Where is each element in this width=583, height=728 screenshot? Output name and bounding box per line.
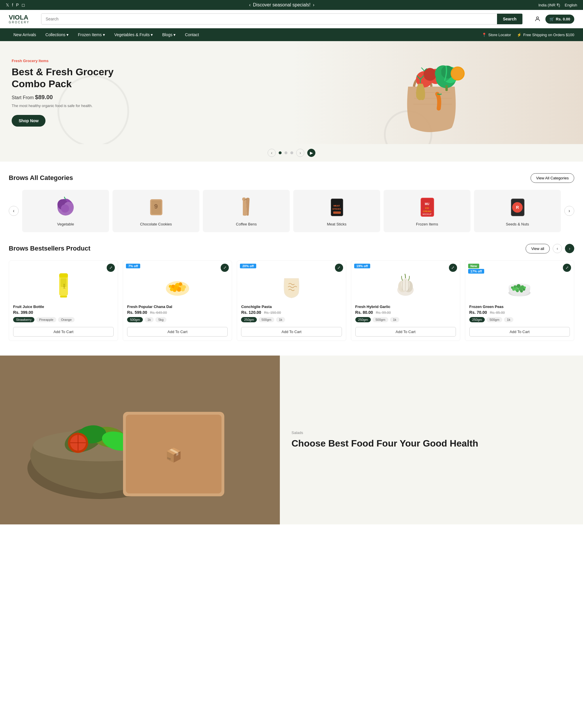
logo[interactable]: VIOLA Grocery [9, 14, 29, 24]
nav-item-vegetables[interactable]: Vegetables & Fruits ▾ [110, 28, 158, 41]
category-frozen[interactable]: MU ICE CREAM MOCKUP Frozen Items [384, 190, 470, 232]
user-account-icon[interactable] [534, 16, 541, 22]
size-250gm[interactable]: 250gm [355, 317, 371, 322]
announcement-next[interactable]: › [313, 2, 314, 7]
size-1k[interactable]: 1k [504, 317, 513, 322]
product-expand-juice[interactable]: ⤢ [107, 264, 115, 272]
hero-dot-1[interactable] [279, 151, 282, 154]
categories-title: Brows All Categories [9, 174, 73, 182]
bestsellers-section: Brows Bestsellers Product View all ‹ › ⤢… [0, 244, 583, 353]
size-1k[interactable]: 1k [276, 317, 285, 322]
size-500gm[interactable]: 500gm [258, 317, 274, 322]
svg-rect-17 [445, 85, 448, 91]
product-card-pasta: 20% off ⤢ Conchiglie Pasta Rs. 120.00 Rs… [237, 260, 346, 341]
hero-prev-arrow[interactable]: ‹ [268, 149, 276, 157]
search-button[interactable]: Search [497, 14, 522, 24]
announcement-prev[interactable]: ‹ [249, 2, 251, 7]
store-locator[interactable]: 📍 Store Locator [482, 33, 511, 37]
size-5kg[interactable]: 5kg [156, 317, 166, 322]
size-strawberry[interactable]: Strawberry [13, 317, 34, 322]
category-vegetable-label: Vegetable [25, 222, 106, 226]
add-to-cart-pasta[interactable]: Add To Cart [241, 327, 342, 337]
bottom-banner: 📦 Salads Choose Best Food Four Your Good… [0, 356, 583, 524]
pinterest-icon[interactable]: P [16, 3, 19, 7]
view-all-products-button[interactable]: View all [526, 244, 550, 254]
add-to-cart-peas[interactable]: Add To Cart [469, 327, 570, 337]
hero-play-button[interactable]: ▶ [307, 149, 315, 157]
facebook-icon[interactable]: f [12, 3, 13, 7]
categories-next-arrow[interactable]: › [564, 206, 574, 216]
announcement-nav: ‹ Discover seasonal specials! › [249, 2, 314, 7]
chevron-down-icon: ▾ [66, 32, 68, 37]
header: VIOLA Grocery Search 🛒 Rs. 0.00 [0, 10, 583, 28]
free-shipping[interactable]: ⚡ Free Shipping on Orders $100 [517, 33, 574, 37]
categories-section: Brows All Categories View All Categories… [0, 162, 583, 244]
size-500gm[interactable]: 500gm [127, 317, 143, 322]
category-seeds[interactable]: R Seeds & Nuts [474, 190, 561, 232]
products-grid: ⤢ juice Fruit Juice Bottle Rs. 399.00 St… [9, 260, 574, 341]
language-selector[interactable]: English [565, 3, 577, 7]
category-coffee[interactable]: Coffee Bens [203, 190, 290, 232]
svg-point-0 [536, 17, 538, 19]
categories-header: Brows All Categories View All Categories [9, 173, 574, 183]
hero-next-arrow[interactable]: › [296, 149, 304, 157]
product-price-juice: Rs. 399.00 [13, 310, 114, 315]
hero-dot-2[interactable] [284, 151, 287, 154]
chevron-down-icon: ▾ [151, 32, 153, 37]
size-orange[interactable]: Orange [58, 317, 75, 322]
categories-prev-arrow[interactable]: ‹ [9, 206, 19, 216]
product-expand-garlic[interactable]: ⤢ [449, 264, 457, 272]
instagram-icon[interactable]: ◻ [22, 3, 25, 7]
hero-dot-3[interactable] [290, 151, 293, 154]
svg-point-57 [179, 282, 182, 286]
category-meat[interactable]: MEAT STICKS Meat Sticks [293, 190, 380, 232]
size-1k[interactable]: 1k [145, 317, 154, 322]
nav-item-frozen[interactable]: Frozen Items ▾ [73, 28, 110, 41]
svg-point-58 [169, 285, 172, 288]
svg-text:CREAM: CREAM [423, 210, 432, 213]
svg-text:MOCKUP: MOCKUP [423, 213, 432, 215]
view-all-categories-button[interactable]: View All Categories [530, 173, 574, 183]
cart-button[interactable]: 🛒 Rs. 0.00 [546, 15, 574, 24]
size-500gm[interactable]: 500gm [487, 317, 502, 322]
bestsellers-prev-button[interactable]: ‹ [553, 244, 562, 253]
add-to-cart-juice[interactable]: Add To Cart [13, 327, 114, 337]
product-name-juice: Fruit Juice Bottle [13, 305, 114, 309]
size-1k[interactable]: 1k [390, 317, 399, 322]
size-500gm[interactable]: 500gm [372, 317, 388, 322]
category-frozen-image: MU ICE CREAM MOCKUP [414, 196, 440, 219]
category-vegetable[interactable]: Vegetable [22, 190, 109, 232]
announcement-bar: 𝕏 f P ◻ ‹ Discover seasonal specials! › … [0, 0, 583, 10]
bestsellers-next-button[interactable]: › [565, 244, 574, 253]
add-to-cart-chana[interactable]: Add To Cart [127, 327, 228, 337]
nav-item-collections[interactable]: Collections ▾ [41, 28, 73, 41]
size-pineapple[interactable]: Pineapple [36, 317, 56, 322]
hero-banner: Fresh Grocery Items Best & Fresh Grocery… [0, 41, 583, 144]
product-expand-pasta[interactable]: ⤢ [335, 264, 343, 272]
size-250gm[interactable]: 250gm [241, 317, 257, 322]
size-250gm[interactable]: 250gm [469, 317, 485, 322]
add-to-cart-garlic[interactable]: Add To Cart [355, 327, 456, 337]
product-expand-peas[interactable]: ⤢ [563, 264, 571, 272]
category-cookies[interactable]: 9 Chocolate Cookies [113, 190, 199, 232]
svg-text:MU: MU [425, 202, 429, 206]
product-image-juice: juice [13, 269, 114, 302]
product-name-peas: Frozen Green Peas [469, 305, 570, 309]
country-selector[interactable]: India (INR ₹) [538, 3, 560, 7]
nav-item-blogs[interactable]: Blogs ▾ [158, 28, 180, 41]
product-card-peas: New 17% off ⤢ [465, 260, 574, 341]
nav-item-contact[interactable]: Contact [180, 28, 203, 41]
svg-point-74 [520, 290, 523, 292]
nav-item-new-arrivals[interactable]: New Arrivals [9, 28, 41, 41]
svg-point-75 [524, 286, 526, 289]
svg-point-24 [61, 205, 69, 213]
product-image-chana [127, 269, 228, 302]
search-input[interactable] [41, 14, 497, 24]
twitter-icon[interactable]: 𝕏 [6, 3, 9, 7]
shop-now-button[interactable]: Shop Now [12, 115, 46, 127]
nav-left: New Arrivals Collections ▾ Frozen Items … [9, 28, 482, 41]
product-expand-chana[interactable]: ⤢ [221, 264, 229, 272]
main-nav: New Arrivals Collections ▾ Frozen Items … [0, 28, 583, 41]
product-badge-off: 17% off [468, 269, 484, 274]
product-card-garlic: 19% off ⤢ Fresh Hybrid Garlic [351, 260, 460, 341]
